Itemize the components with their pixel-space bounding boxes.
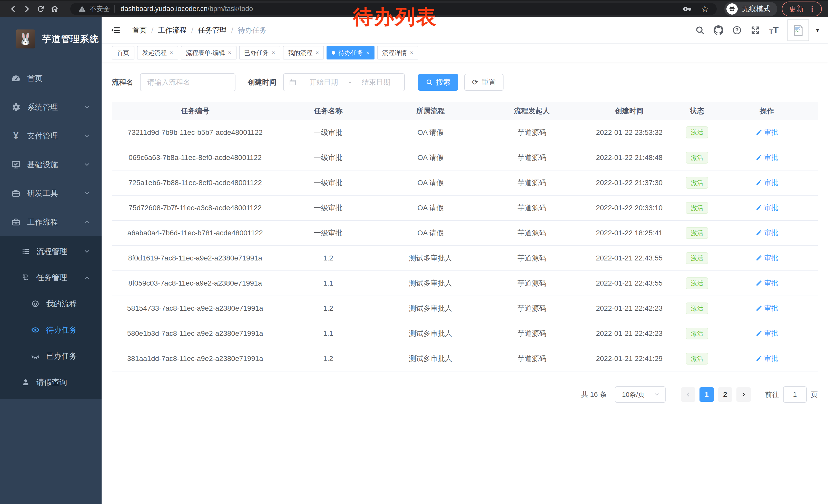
page-size-select[interactable]: 10条/页 — [615, 386, 666, 403]
fullscreen-icon[interactable] — [749, 25, 761, 36]
breadcrumb-task-mgmt[interactable]: 任务管理 — [198, 26, 234, 35]
starter-cell: 芋道源码 — [483, 195, 581, 221]
avatar[interactable] — [787, 19, 809, 41]
action-cell: 审批 — [716, 120, 818, 145]
created-cell: 2022-01-21 22:42:23 — [580, 296, 678, 321]
reset-button[interactable]: ⟳ 重置 — [464, 74, 503, 91]
process-cell: OA 请假 — [378, 170, 483, 195]
bookmark-star-icon[interactable]: ☆ — [701, 4, 709, 13]
sidebar-item-home[interactable]: 首页 — [0, 64, 101, 93]
action-cell: 审批 — [716, 170, 818, 195]
back-icon[interactable] — [6, 2, 20, 16]
font-size-icon[interactable]: TT — [768, 25, 780, 36]
close-icon[interactable]: × — [170, 49, 173, 56]
sidebar-item-todo-tasks[interactable]: 待办任务 — [0, 317, 101, 343]
process-name-input[interactable] — [140, 73, 236, 91]
next-page-button[interactable] — [736, 387, 751, 402]
sidebar-item-my-process[interactable]: 我的流程 — [0, 291, 101, 317]
face-icon — [30, 299, 41, 309]
search-icon[interactable] — [694, 25, 706, 36]
refresh-icon: ⟳ — [472, 79, 479, 86]
status-cell: 激活 — [678, 195, 716, 221]
sidebar-item-task-mgmt[interactable]: 任务管理 — [0, 265, 101, 291]
sidebar-item-devtools[interactable]: 研发工具 — [0, 179, 101, 208]
sidebar-item-system[interactable]: 系统管理 — [0, 93, 101, 122]
table-header-row: 任务编号 任务名称 所属流程 流程发起人 创建时间 状态 操作 — [112, 102, 818, 120]
created-cell: 2022-01-22 23:53:32 — [580, 120, 678, 145]
broken-image-icon — [792, 24, 805, 37]
goto-page-input[interactable] — [783, 386, 807, 403]
prev-page-button[interactable] — [681, 387, 695, 402]
tag-done-tasks[interactable]: 已办任务× — [239, 46, 280, 59]
task-id-cell: 8f0d1619-7ac8-11ec-a9e2-a2380e71991a — [112, 245, 278, 271]
approve-link[interactable]: 审批 — [756, 228, 778, 237]
status-cell: 激活 — [678, 271, 716, 296]
main-header: 首页 工作流程 任务管理 待办任务 — [101, 17, 828, 44]
approve-link[interactable]: 审批 — [756, 153, 778, 162]
caret-down-icon[interactable]: ▼ — [815, 27, 820, 34]
col-process: 所属流程 — [378, 102, 483, 120]
breadcrumb-home[interactable]: 首页 — [132, 26, 153, 35]
sidebar-item-infra[interactable]: 基础设施 — [0, 150, 101, 179]
close-icon[interactable]: × — [316, 49, 319, 56]
process-cell: OA 请假 — [378, 221, 483, 245]
tag-process-detail[interactable]: 流程详情× — [377, 46, 418, 59]
task-id-cell: a6aba0a4-7b6d-11ec-b781-acde48001122 — [112, 221, 278, 245]
process-cell: 测试多审批人 — [378, 346, 483, 371]
sidebar-item-workflow[interactable]: 工作流程 — [0, 208, 101, 236]
close-icon[interactable]: × — [366, 49, 369, 56]
approve-link[interactable]: 审批 — [756, 354, 778, 363]
close-icon[interactable]: × — [272, 49, 275, 56]
logo-avatar: 🐰 — [16, 30, 35, 48]
tag-form-edit[interactable]: 流程表单-编辑× — [181, 46, 237, 59]
page-2-button[interactable]: 2 — [718, 387, 732, 402]
key-icon[interactable] — [683, 5, 692, 13]
workflow-submenu: 流程管理 任务管理 我的流程 — [0, 236, 101, 399]
tag-my-process[interactable]: 我的流程× — [283, 46, 324, 59]
approve-link[interactable]: 审批 — [756, 128, 778, 137]
sidebar-collapse-icon[interactable] — [110, 24, 122, 36]
tag-todo-tasks[interactable]: 待办任务× — [327, 46, 374, 59]
browser-menu-icon[interactable]: ⋮ — [809, 5, 816, 13]
approve-link[interactable]: 审批 — [756, 253, 778, 263]
pencil-icon — [756, 204, 762, 211]
status-badge: 激活 — [686, 152, 708, 164]
forward-icon[interactable] — [20, 2, 34, 16]
github-icon[interactable] — [713, 25, 724, 36]
search-button[interactable]: 搜索 — [418, 74, 458, 91]
sidebar-menu: 首页 系统管理 ¥ 支付管理 — [0, 52, 101, 399]
help-icon[interactable] — [731, 25, 743, 36]
approve-link[interactable]: 审批 — [756, 304, 778, 313]
browser-update-button[interactable]: 更新 ⋮ — [782, 2, 822, 16]
app-logo[interactable]: 🐰 芋道管理系统 — [0, 17, 101, 52]
status-badge: 激活 — [686, 252, 708, 264]
sidebar-item-done-tasks[interactable]: 已办任务 — [0, 343, 101, 369]
action-cell: 审批 — [716, 145, 818, 170]
sidebar-item-leave-query[interactable]: 请假查询 — [0, 369, 101, 395]
approve-link[interactable]: 审批 — [756, 203, 778, 212]
starter-cell: 芋道源码 — [483, 120, 581, 145]
end-date-placeholder[interactable]: 结束日期 — [353, 78, 399, 87]
breadcrumb-workflow[interactable]: 工作流程 — [158, 26, 194, 35]
tag-home[interactable]: 首页 — [112, 46, 134, 59]
approve-link[interactable]: 审批 — [756, 278, 778, 288]
sidebar-item-payment[interactable]: ¥ 支付管理 — [0, 122, 101, 150]
table-row: 8f0d1619-7ac8-11ec-a9e2-a2380e71991a 1.2… — [112, 245, 818, 271]
process-cell: 测试多审批人 — [378, 321, 483, 346]
process-cell: 测试多审批人 — [378, 245, 483, 271]
date-range-picker[interactable]: 开始日期 - 结束日期 — [283, 73, 405, 91]
approve-link[interactable]: 审批 — [756, 178, 778, 187]
approve-link[interactable]: 审批 — [756, 329, 778, 338]
close-icon[interactable]: × — [410, 49, 413, 56]
filter-bar: 流程名 创建时间 开始日期 - 结束日期 搜索 — [112, 73, 818, 91]
close-icon[interactable]: × — [228, 49, 232, 56]
create-time-label: 创建时间 — [248, 78, 277, 87]
reload-icon[interactable] — [34, 2, 48, 16]
start-date-placeholder[interactable]: 开始日期 — [301, 78, 346, 87]
status-cell: 激活 — [678, 245, 716, 271]
page-1-button[interactable]: 1 — [700, 387, 714, 402]
sidebar-item-process-mgmt[interactable]: 流程管理 — [0, 238, 101, 265]
tag-start-process[interactable]: 发起流程× — [137, 46, 178, 59]
calendar-icon — [289, 79, 296, 86]
home-icon[interactable] — [48, 2, 61, 16]
